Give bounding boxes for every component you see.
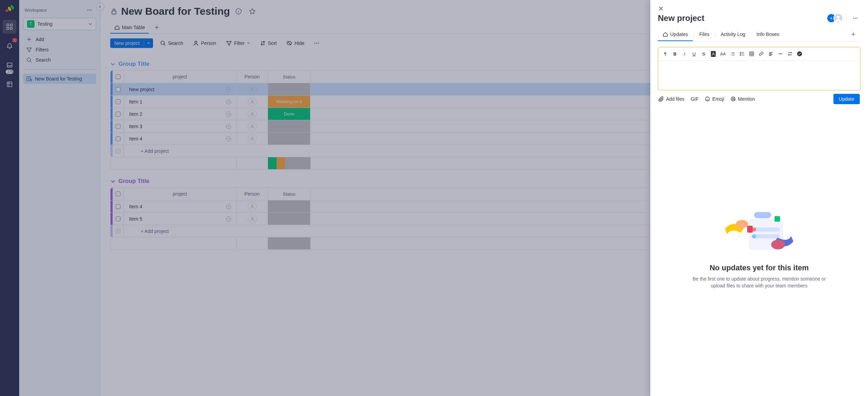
row-checkbox[interactable] bbox=[116, 99, 120, 104]
workspaces-button[interactable] bbox=[3, 20, 16, 34]
toolbar-more-button[interactable] bbox=[311, 38, 322, 48]
emoji-button[interactable]: Emoji bbox=[705, 96, 724, 102]
panel-tab-files[interactable]: Files bbox=[694, 28, 714, 41]
cell-person[interactable] bbox=[237, 83, 268, 95]
sidebar-filters-button[interactable]: Filters bbox=[23, 45, 96, 55]
format-italic-button[interactable]: I bbox=[680, 49, 689, 58]
cell-person[interactable] bbox=[237, 96, 268, 108]
open-updates-icon[interactable] bbox=[225, 135, 232, 142]
format-table-button[interactable] bbox=[747, 49, 756, 58]
subscribers-avatars[interactable]: + bbox=[827, 13, 843, 23]
notifications-button[interactable]: 1 bbox=[3, 39, 16, 53]
format-ul-button[interactable] bbox=[738, 49, 746, 58]
panel-tab-info[interactable]: Info Boxes bbox=[752, 28, 784, 41]
app-logo[interactable] bbox=[4, 3, 15, 14]
add-files-button[interactable]: Add files bbox=[659, 96, 685, 102]
svg-point-25 bbox=[251, 137, 253, 139]
sidebar-board-link[interactable]: New Board for Testing bbox=[23, 74, 96, 84]
open-updates-icon[interactable] bbox=[225, 98, 232, 105]
favorite-icon[interactable] bbox=[247, 6, 257, 16]
cell-status[interactable] bbox=[268, 133, 310, 145]
cell-name[interactable]: New project bbox=[124, 83, 237, 95]
cell-status[interactable]: Done bbox=[268, 108, 310, 120]
inbox-button[interactable]: 276 bbox=[3, 58, 16, 72]
open-updates-icon[interactable] bbox=[225, 86, 232, 93]
column-header-name[interactable]: project bbox=[124, 71, 237, 83]
format-strike-button[interactable]: S bbox=[699, 49, 708, 58]
toolbar-hide-button[interactable]: Hide bbox=[283, 38, 307, 48]
open-updates-icon[interactable] bbox=[225, 111, 232, 117]
format-checklist-button[interactable] bbox=[795, 49, 804, 58]
cell-status[interactable]: Working on it bbox=[268, 96, 310, 108]
svg-point-10 bbox=[91, 10, 92, 11]
workspace-menu-button[interactable] bbox=[85, 5, 95, 15]
cell-person[interactable] bbox=[237, 213, 268, 225]
cell-person[interactable] bbox=[237, 133, 268, 145]
column-header-person[interactable]: Person bbox=[237, 188, 268, 200]
toolbar-search-button[interactable]: Search bbox=[157, 38, 186, 48]
format-paragraph-button[interactable]: ¶ bbox=[661, 49, 670, 58]
cell-name[interactable]: Item 2 bbox=[124, 108, 237, 120]
open-updates-icon[interactable] bbox=[225, 123, 232, 130]
cell-status[interactable] bbox=[268, 83, 310, 95]
cell-name[interactable]: Item 4 bbox=[124, 200, 237, 212]
sidebar-search-button[interactable]: Search bbox=[23, 55, 96, 65]
format-underline-button[interactable]: U bbox=[690, 49, 699, 58]
info-icon[interactable] bbox=[233, 6, 244, 16]
tab-main-table[interactable]: Main Table bbox=[110, 22, 149, 34]
cell-name[interactable]: Item 3 bbox=[124, 120, 237, 132]
cell-status[interactable] bbox=[268, 200, 310, 212]
cell-status[interactable] bbox=[268, 213, 310, 225]
row-checkbox[interactable] bbox=[116, 136, 120, 141]
board-title[interactable]: New Board for Testing bbox=[121, 5, 230, 17]
new-item-dropdown[interactable] bbox=[144, 39, 153, 47]
panel-title[interactable]: New project bbox=[658, 13, 704, 23]
toolbar-sort-button[interactable]: Sort bbox=[257, 38, 280, 48]
cell-person[interactable] bbox=[237, 120, 268, 132]
cell-name[interactable]: Item 5 bbox=[124, 213, 237, 225]
format-ol-button[interactable] bbox=[728, 49, 737, 58]
panel-tab-activity[interactable]: Activity Log bbox=[716, 28, 750, 41]
format-align-button[interactable] bbox=[766, 49, 775, 58]
format-textcolor-button[interactable]: A bbox=[709, 49, 718, 58]
row-checkbox[interactable] bbox=[116, 124, 120, 129]
cell-name[interactable]: Item 4 bbox=[124, 133, 237, 145]
row-checkbox[interactable] bbox=[116, 204, 120, 209]
cell-status[interactable] bbox=[268, 120, 310, 132]
format-fontsize-button[interactable]: AA bbox=[718, 49, 727, 58]
row-checkbox[interactable] bbox=[116, 87, 120, 92]
mention-button[interactable]: Mention bbox=[730, 96, 755, 102]
column-header-person[interactable]: Person bbox=[237, 71, 268, 83]
format-link-button[interactable] bbox=[757, 49, 766, 58]
panel-add-tab-button[interactable] bbox=[846, 28, 860, 41]
row-checkbox[interactable] bbox=[116, 216, 120, 221]
panel-tab-updates[interactable]: Updates bbox=[658, 28, 693, 41]
open-updates-icon[interactable] bbox=[225, 203, 232, 210]
collapse-sidebar-button[interactable] bbox=[96, 3, 104, 11]
format-hr-button[interactable] bbox=[776, 49, 785, 58]
column-header-name[interactable]: project bbox=[124, 188, 237, 200]
cell-person[interactable] bbox=[237, 108, 268, 120]
column-header-status[interactable]: Status bbox=[268, 71, 310, 83]
panel-close-button[interactable] bbox=[658, 5, 860, 12]
format-rtl-button[interactable] bbox=[786, 49, 794, 58]
select-all-checkbox[interactable] bbox=[116, 191, 120, 196]
toolbar-person-button[interactable]: Person bbox=[190, 38, 219, 48]
cell-person[interactable] bbox=[237, 200, 268, 212]
gif-button[interactable]: GIF bbox=[691, 96, 699, 102]
toolbar-filter-button[interactable]: Filter bbox=[223, 38, 253, 48]
column-header-status[interactable]: Status bbox=[268, 188, 310, 200]
editor-textarea[interactable] bbox=[658, 61, 860, 90]
add-view-button[interactable] bbox=[150, 22, 163, 33]
sidebar-add-button[interactable]: Add bbox=[23, 34, 96, 45]
format-bold-button[interactable]: B bbox=[671, 49, 679, 58]
open-updates-icon[interactable] bbox=[225, 215, 232, 222]
my-work-button[interactable] bbox=[3, 77, 16, 91]
row-checkbox[interactable] bbox=[116, 112, 120, 116]
new-item-button[interactable]: New project bbox=[110, 38, 153, 48]
select-all-checkbox[interactable] bbox=[116, 74, 120, 79]
cell-name[interactable]: Item 1 bbox=[124, 96, 237, 108]
update-submit-button[interactable]: Update bbox=[833, 94, 860, 104]
workspace-picker[interactable]: T Testing bbox=[23, 18, 96, 30]
panel-more-button[interactable] bbox=[850, 13, 860, 23]
